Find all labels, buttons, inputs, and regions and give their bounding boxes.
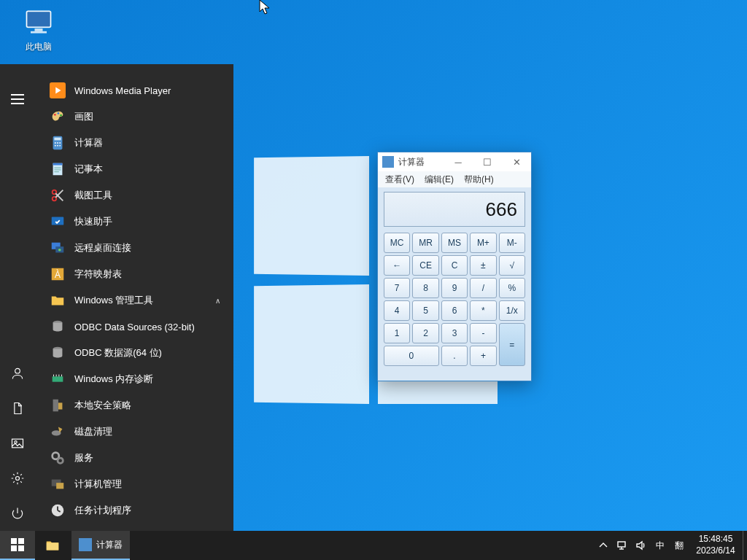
app-label: 计算器 [74,136,103,149]
app-label: 截图工具 [74,189,112,202]
calc-mr[interactable]: MR [412,233,438,253]
start-menu: Windows Media Player 画图 计算器 记事本 截图工具 快速助… [0,64,233,531]
folder-label: Windows 管理工具 [74,294,153,307]
calc-sqrt[interactable]: √ [499,255,525,276]
tray-volume-button[interactable] [632,531,651,560]
calculator-icon [79,538,92,551]
svg-point-4 [15,368,20,373]
app-windows-media-player[interactable]: Windows Media Player [35,77,233,104]
app-character-map[interactable]: À字符映射表 [35,261,233,287]
menu-view[interactable]: 查看(V) [385,174,414,186]
app-task-scheduler[interactable]: 任务计划程序 [35,497,233,524]
menu-edit[interactable]: 编辑(E) [425,174,454,186]
tray-ime-lang[interactable]: 中 [651,531,670,560]
app-label: 本地安全策略 [74,399,131,412]
speaker-icon [635,540,647,551]
calculator-titlebar[interactable]: 计算器 ─ ☐ ✕ [378,152,531,171]
calc-percent[interactable]: % [499,278,525,298]
calc-1[interactable]: 1 [384,323,410,343]
computer-mgmt-icon [50,476,66,492]
app-odbc-32[interactable]: ODBC Data Sources (32-bit) [35,314,233,340]
svg-rect-13 [54,138,61,141]
svg-point-11 [60,114,62,117]
tray-clock[interactable]: 15:48:45 2023/6/14 [689,534,743,556]
calc-6[interactable]: 6 [441,300,468,321]
app-local-security-policy[interactable]: 本地安全策略 [35,392,233,419]
tray-ime-mode[interactable]: 翻 [670,531,689,560]
calc-divide[interactable]: / [470,278,496,298]
calculator-title: 计算器 [398,156,444,168]
app-disk-cleanup[interactable]: 磁盘清理 [35,419,233,445]
app-remote-desktop[interactable]: 远程桌面连接 [35,235,233,261]
tray-network-button[interactable] [613,531,632,560]
menu-help[interactable]: 帮助(H) [464,174,494,186]
start-documents-button[interactable] [0,391,35,426]
calc-9[interactable]: 9 [441,278,468,298]
calc-plus[interactable]: + [470,346,496,366]
app-snipping-tool[interactable]: 截图工具 [35,182,233,209]
svg-rect-2 [35,28,43,31]
show-desktop-button[interactable] [743,531,747,560]
calc-c[interactable]: C [441,255,468,276]
app-services[interactable]: 服务 [35,445,233,471]
calc-2[interactable]: 2 [412,323,438,343]
desktop-icon-this-pc[interactable]: 此电脑 [12,6,66,53]
calculator-app-icon [382,156,394,168]
app-event-viewer[interactable]: 事件查看器 [35,524,233,531]
calc-mc[interactable]: MC [384,233,410,253]
app-label: 快速助手 [74,215,112,228]
svg-text:À: À [55,269,61,280]
app-label: 记事本 [74,163,103,176]
calc-negate[interactable]: ± [470,255,496,276]
calc-5[interactable]: 5 [412,300,438,321]
app-calculator[interactable]: 计算器 [35,130,233,156]
app-odbc-64[interactable]: ODBC 数据源(64 位) [35,340,233,366]
app-paint[interactable]: 画图 [35,104,233,130]
start-power-button[interactable] [0,496,35,531]
svg-rect-29 [52,217,64,225]
svg-rect-54 [18,538,24,544]
window-minimize-button[interactable]: ─ [444,152,473,171]
calc-decimal[interactable]: . [441,346,468,366]
gear-icon [10,471,25,486]
folder-windows-admin-tools[interactable]: Windows 管理工具∧ [35,287,233,314]
app-quick-assist[interactable]: 快速助手 [35,209,233,235]
taskbar-file-explorer[interactable] [35,531,70,560]
app-computer-management[interactable]: 计算机管理 [35,471,233,497]
calc-multiply[interactable]: * [470,300,496,321]
taskbar-app-calculator[interactable]: 计算器 [71,531,130,560]
start-user-button[interactable] [0,356,35,391]
calc-7[interactable]: 7 [384,278,410,298]
calc-reciprocal[interactable]: 1/x [499,300,525,321]
svg-rect-57 [618,542,625,547]
calc-8[interactable]: 8 [412,278,438,298]
window-close-button[interactable]: ✕ [502,152,531,171]
memory-icon [50,371,66,387]
start-settings-button[interactable] [0,461,35,496]
chevron-up-icon: ∧ [215,297,220,305]
calc-mminus[interactable]: M- [499,233,525,253]
window-maximize-button[interactable]: ☐ [473,152,502,171]
start-expand-button[interactable] [0,82,35,117]
calc-backspace[interactable]: ← [384,255,410,276]
quick-assist-icon [50,214,66,230]
user-icon [10,366,25,381]
app-label: 任务计划程序 [74,504,131,517]
calc-3[interactable]: 3 [441,323,468,343]
app-notepad[interactable]: 记事本 [35,156,233,182]
calc-4[interactable]: 4 [384,300,410,321]
paint-icon [50,109,66,125]
calc-ms[interactable]: MS [441,233,468,253]
app-memory-diagnostic[interactable]: Windows 内存诊断 [35,366,233,392]
calc-mplus[interactable]: M+ [470,233,496,253]
calc-ce[interactable]: CE [412,255,438,276]
start-pictures-button[interactable] [0,426,35,461]
svg-point-32 [58,249,61,252]
svg-rect-37 [53,376,63,381]
tray-overflow-button[interactable] [594,531,613,560]
start-button[interactable] [0,531,35,560]
calc-minus[interactable]: - [470,323,496,343]
calc-equals[interactable]: = [499,323,525,366]
svg-rect-47 [56,483,63,489]
calc-0[interactable]: 0 [384,346,439,366]
